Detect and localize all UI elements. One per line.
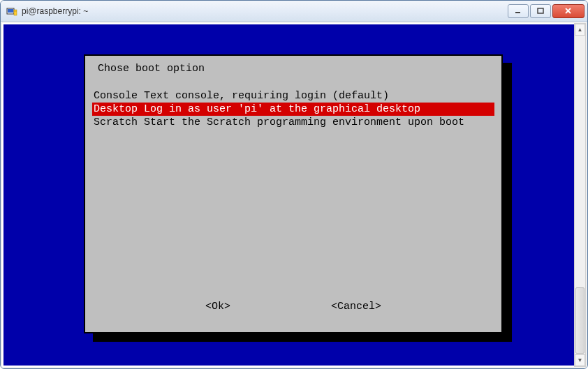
dialog-title: Chose boot option <box>98 63 205 75</box>
svg-rect-1 <box>8 9 13 13</box>
menu-item-scratch[interactable]: Scratch Start the Scratch programming en… <box>92 116 494 129</box>
menu-item-console[interactable]: Console Text console, requiring login (d… <box>92 89 494 103</box>
window-controls <box>506 4 585 18</box>
dialog-buttons: <Ok> <Cancel> <box>85 301 501 312</box>
menu-list[interactable]: Console Text console, requiring login (d… <box>92 89 494 129</box>
svg-rect-2 <box>14 10 17 15</box>
title-bar[interactable]: pi@raspberrypi: ~ <box>1 1 587 22</box>
menu-item-desktop[interactable]: Desktop Log in as user 'pi' at the graph… <box>92 103 494 116</box>
scroll-thumb[interactable] <box>575 287 585 354</box>
putty-icon <box>6 6 17 17</box>
cancel-button[interactable]: <Cancel> <box>331 301 381 312</box>
window-title: pi@raspberrypi: ~ <box>22 6 506 16</box>
maximize-button[interactable] <box>530 4 551 18</box>
terminal-viewport[interactable]: Chose boot option Console Text console, … <box>2 23 574 367</box>
terminal-window: pi@raspberrypi: ~ Chose boot option <box>0 0 588 369</box>
client-area: Chose boot option Console Text console, … <box>1 22 587 368</box>
svg-rect-5 <box>538 8 543 13</box>
vertical-scrollbar[interactable]: ▲ ▼ <box>574 23 586 367</box>
minimize-button[interactable] <box>508 4 529 18</box>
scroll-down-arrow-icon[interactable]: ▼ <box>575 354 585 366</box>
boot-option-dialog: Chose boot option Console Text console, … <box>84 54 503 333</box>
scroll-up-arrow-icon[interactable]: ▲ <box>575 24 585 36</box>
ok-button[interactable]: <Ok> <box>205 301 230 312</box>
close-button[interactable] <box>552 4 585 18</box>
